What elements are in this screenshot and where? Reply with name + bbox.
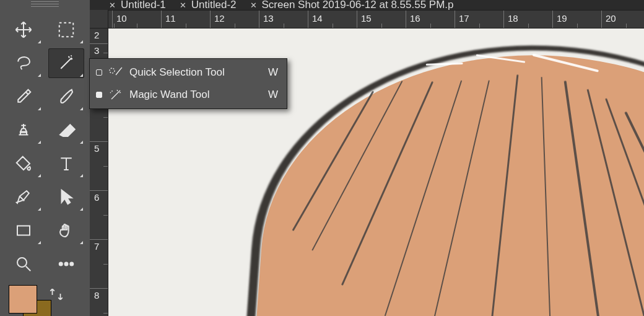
close-icon[interactable]: ✕ bbox=[109, 1, 116, 10]
toolbar-header bbox=[0, 0, 90, 10]
flyout-item-shortcut: W bbox=[268, 89, 278, 101]
submenu-icon bbox=[80, 40, 83, 43]
rectangle-tool[interactable] bbox=[6, 216, 42, 245]
submenu-icon bbox=[38, 174, 41, 177]
ruler-origin[interactable] bbox=[90, 10, 108, 29]
move-tool[interactable] bbox=[6, 15, 42, 45]
svg-point-3 bbox=[59, 263, 63, 266]
brush-tool[interactable] bbox=[48, 82, 85, 112]
svg-rect-1 bbox=[17, 226, 30, 235]
eraser-tool[interactable] bbox=[48, 115, 85, 145]
submenu-icon bbox=[80, 174, 83, 177]
document-tab[interactable]: ✕ Screen Shot 2019-06-12 at 8.55.55 PM.p bbox=[246, 0, 464, 10]
type-tool[interactable] bbox=[48, 149, 85, 178]
document-tab[interactable]: ✕ Untitled-2 bbox=[176, 0, 246, 10]
quick-selection-icon bbox=[108, 66, 123, 79]
svg-point-6 bbox=[110, 68, 115, 73]
flyout-item-shortcut: W bbox=[268, 66, 278, 79]
submenu-icon bbox=[80, 107, 83, 110]
svg-point-2 bbox=[17, 258, 27, 267]
submenu-icon bbox=[80, 141, 83, 144]
flyout-item-quick-selection[interactable]: Quick Selection Tool W bbox=[90, 61, 287, 84]
eyedropper-tool[interactable] bbox=[6, 82, 42, 112]
document-tabs: ✕ Untitled-1 ✕ Untitled-2 ✕ Screen Shot … bbox=[0, 0, 644, 10]
submenu-icon bbox=[80, 74, 83, 77]
lasso-tool[interactable] bbox=[6, 48, 42, 78]
document-tab[interactable]: ✕ Untitled-1 bbox=[105, 0, 176, 10]
submenu-icon bbox=[38, 74, 41, 77]
magic-wand-icon bbox=[108, 89, 123, 101]
paint-bucket-tool[interactable] bbox=[6, 149, 42, 178]
active-indicator bbox=[96, 92, 102, 98]
submenu-icon bbox=[38, 141, 41, 144]
submenu-icon bbox=[80, 208, 83, 211]
hand-tool[interactable] bbox=[48, 216, 85, 245]
ruler-horizontal[interactable]: 10 11 12 13 14 15 16 17 18 19 20 21 bbox=[90, 10, 644, 29]
artwork bbox=[236, 29, 644, 316]
path-selection-tool[interactable] bbox=[48, 182, 85, 212]
svg-rect-0 bbox=[59, 23, 74, 37]
foreground-color-swatch[interactable] bbox=[9, 285, 37, 314]
zoom-tool[interactable] bbox=[6, 249, 42, 279]
tool-flyout-menu: Quick Selection Tool W Magic Wand Tool W bbox=[89, 58, 287, 109]
color-swatches[interactable] bbox=[6, 285, 42, 316]
magic-wand-tool[interactable] bbox=[48, 48, 85, 78]
svg-point-5 bbox=[70, 263, 73, 266]
close-icon[interactable]: ✕ bbox=[180, 1, 186, 10]
marquee-tool[interactable] bbox=[48, 15, 85, 45]
grip-icon[interactable] bbox=[31, 1, 59, 7]
flyout-item-label: Magic Wand Tool bbox=[129, 89, 209, 101]
submenu-icon bbox=[38, 208, 41, 211]
svg-point-4 bbox=[64, 263, 67, 266]
edit-toolbar-button[interactable] bbox=[48, 249, 85, 279]
flyout-item-label: Quick Selection Tool bbox=[129, 66, 225, 79]
submenu-icon bbox=[80, 241, 83, 244]
active-indicator bbox=[96, 69, 102, 76]
pen-tool[interactable] bbox=[6, 182, 42, 212]
close-icon[interactable]: ✕ bbox=[250, 1, 257, 10]
submenu-icon bbox=[38, 107, 41, 110]
clone-stamp-tool[interactable] bbox=[6, 115, 42, 145]
submenu-icon bbox=[38, 40, 41, 43]
submenu-icon bbox=[38, 241, 41, 244]
swap-colors-icon[interactable] bbox=[48, 286, 85, 316]
flyout-item-magic-wand[interactable]: Magic Wand Tool W bbox=[90, 84, 287, 106]
tools-panel bbox=[0, 10, 90, 316]
